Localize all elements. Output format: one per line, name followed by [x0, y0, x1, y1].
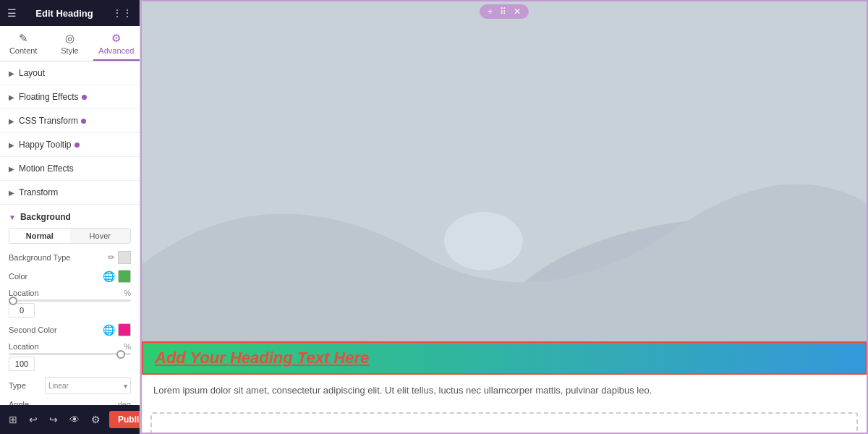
bg-type-controls: ✏	[108, 251, 131, 264]
tab-content-label: Content	[9, 46, 38, 55]
location-label-row: Location %	[9, 289, 131, 297]
eye-icon[interactable]: 👁	[67, 411, 82, 428]
type-chevron: ▾	[124, 382, 127, 390]
location-unit: %	[124, 289, 131, 297]
arrow-background: ▼	[9, 213, 16, 221]
section-tooltip-label: Happy Tooltip	[19, 140, 72, 150]
content-icon: ✎	[19, 32, 28, 45]
panel-tabs: ✎ Content ◎ Style ⚙ Advanced	[0, 26, 140, 61]
hamburger-icon[interactable]: ☰	[7, 7, 17, 19]
layers-icon[interactable]: ⊞	[6, 411, 20, 428]
angle-label-row: Angle deg	[9, 400, 131, 405]
section-happy-tooltip[interactable]: ▶ Happy Tooltip	[0, 133, 140, 157]
angle-unit: deg	[118, 400, 131, 405]
section-css-label: CSS Transform	[19, 116, 78, 126]
panel-title: Edit Heading	[35, 8, 93, 19]
section-layout-label: Layout	[19, 68, 45, 78]
angle-slider-row: Angle deg 180	[9, 400, 131, 405]
location2-slider-track[interactable]	[9, 353, 131, 355]
location-slider-thumb[interactable]	[9, 297, 17, 305]
color-controls: 🌐	[103, 270, 131, 283]
section-css-transform[interactable]: ▶ CSS Transform	[0, 109, 140, 133]
section-motion-label: Motion Effects	[19, 163, 74, 174]
location2-slider-row: Location % 100	[9, 342, 131, 371]
tooltip-pip	[75, 142, 80, 148]
floating-pip	[82, 95, 87, 100]
float-controls: + ⠿ ✕	[480, 4, 529, 19]
tab-normal[interactable]: Normal	[9, 229, 70, 243]
bg-type-row: Background Type ✏	[9, 251, 131, 264]
publish-button[interactable]: Publish	[109, 411, 140, 428]
tab-hover[interactable]: Hover	[70, 229, 131, 243]
pencil-icon[interactable]: ✏	[108, 252, 115, 263]
arrow-layout: ▶	[9, 69, 14, 77]
heading-text[interactable]: Add Your Heading Text Here	[155, 349, 854, 367]
location-slider-row: Location % 0	[9, 289, 131, 318]
arrow-motion: ▶	[9, 165, 14, 173]
color-label: Color	[9, 272, 100, 281]
redo-icon[interactable]: ↪	[46, 411, 61, 428]
type-value: Linear	[48, 382, 69, 390]
undo-icon[interactable]: ↩	[26, 411, 41, 428]
panel-bottom-toolbar: ⊞ ↩ ↪ 👁 ⚙ Publish ▲	[0, 405, 140, 434]
svg-point-3	[444, 212, 523, 271]
type-row: Type Linear ▾	[9, 377, 131, 394]
tab-style-label: Style	[61, 46, 78, 55]
section-motion-effects[interactable]: ▶ Motion Effects	[0, 157, 140, 181]
arrow-floating: ▶	[9, 93, 14, 101]
location2-slider-thumb[interactable]	[116, 350, 125, 359]
angle-label: Angle	[9, 400, 29, 405]
location2-value[interactable]: 100	[9, 357, 35, 371]
section-floating-label: Floating Effects	[19, 92, 79, 102]
type-select[interactable]: Linear ▾	[45, 377, 131, 394]
style-icon: ◎	[65, 32, 75, 45]
dashed-section-placeholder[interactable]	[150, 412, 858, 435]
panel-content: ▶ Layout ▶ Floating Effects ▶ CSS Transf…	[0, 61, 140, 405]
color-row: Color 🌐	[9, 270, 131, 283]
settings-icon[interactable]: ⚙	[88, 411, 103, 428]
heading-block: Add Your Heading Text Here	[142, 341, 867, 375]
section-floating-effects[interactable]: ▶ Floating Effects	[0, 85, 140, 109]
second-color-row: Second Color 🌐	[9, 323, 131, 336]
canvas-inner: Add Your Heading Text Here Lorem ipsum d…	[142, 1, 867, 434]
second-color-label: Second Color	[9, 326, 100, 334]
background-section: ▼ Background Normal Hover Background Typ…	[0, 205, 140, 405]
section-transform[interactable]: ▶ Transform	[0, 181, 140, 205]
float-move-btn[interactable]: ⠿	[498, 6, 509, 17]
left-panel: ☰ Edit Heading ⋮⋮ ✎ Content ◎ Style ⚙ Ad…	[0, 0, 140, 434]
square-bg-icon[interactable]	[118, 251, 131, 264]
section-layout[interactable]: ▶ Layout	[0, 61, 140, 85]
main-canvas: + ⠿ ✕ Add Your Heading Text Here	[140, 0, 868, 434]
background-label: Background	[20, 212, 71, 222]
normal-hover-tabs: Normal Hover	[9, 228, 131, 244]
float-close-btn[interactable]: ✕	[511, 6, 523, 17]
color-swatch[interactable]	[118, 270, 131, 283]
second-color-swatch[interactable]	[118, 323, 131, 336]
location2-unit: %	[124, 342, 131, 351]
panel-header: ☰ Edit Heading ⋮⋮	[0, 0, 140, 26]
arrow-css: ▶	[9, 117, 14, 125]
float-plus-btn[interactable]: +	[485, 6, 495, 17]
grid-icon[interactable]: ⋮⋮	[112, 7, 132, 19]
tab-style[interactable]: ◎ Style	[46, 26, 93, 61]
tab-advanced-label: Advanced	[98, 46, 134, 55]
background-title-row[interactable]: ▼ Background	[9, 212, 131, 222]
tab-content[interactable]: ✎ Content	[0, 26, 46, 61]
body-text: Lorem ipsum dolor sit amet, consectetur …	[142, 375, 867, 407]
location-value[interactable]: 0	[9, 303, 35, 318]
second-color-controls: 🌐	[103, 323, 131, 336]
location2-label-row: Location %	[9, 342, 131, 351]
section-transform-label: Transform	[19, 187, 58, 197]
tab-advanced[interactable]: ⚙ Advanced	[93, 26, 140, 61]
arrow-tooltip: ▶	[9, 141, 14, 149]
bg-type-label: Background Type	[9, 253, 105, 262]
placeholder-image	[142, 1, 867, 341]
location-slider-track[interactable]	[9, 299, 131, 302]
css-pip	[81, 119, 86, 124]
globe-icon[interactable]: 🌐	[103, 271, 115, 282]
advanced-icon: ⚙	[111, 32, 121, 45]
location2-label: Location	[9, 342, 39, 351]
type-label: Type	[9, 381, 45, 390]
globe-icon-2[interactable]: 🌐	[103, 324, 115, 336]
arrow-transform: ▶	[9, 189, 14, 197]
